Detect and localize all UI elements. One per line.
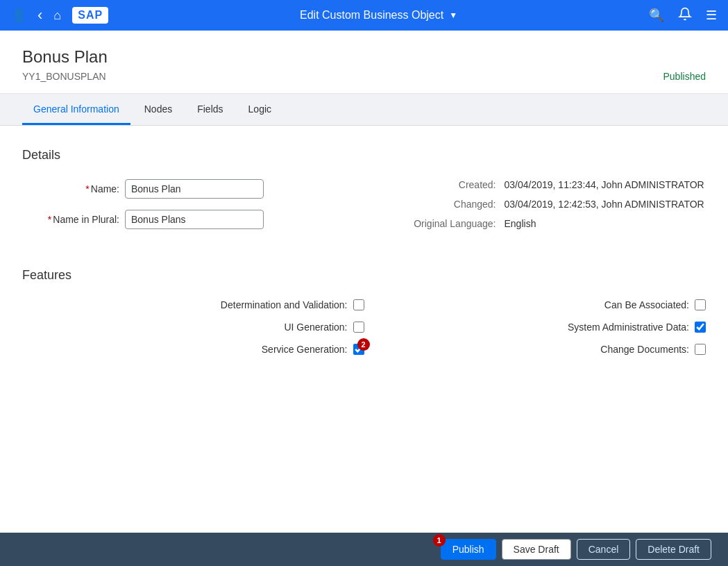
determination-row: Determination and Validation: [22, 299, 364, 310]
can-be-associated-checkbox[interactable] [695, 299, 706, 310]
changed-value: 03/04/2019, 12:42:53, John ADMINISTRATOR [505, 199, 704, 210]
ui-generation-row: UI Generation: [22, 322, 364, 333]
sap-logo: SAP [72, 7, 108, 24]
tab-logic[interactable]: Logic [237, 94, 282, 125]
created-value: 03/04/2019, 11:23:44, John ADMINISTRATOR [505, 179, 704, 190]
topbar-center: Edit Custom Business Object ▼ [119, 9, 638, 22]
form-right: Created: 03/04/2019, 11:23:44, John ADMI… [364, 179, 706, 240]
status-badge: Published [663, 71, 706, 82]
name-required-star: * [85, 183, 89, 194]
name-row: *Name: [22, 179, 337, 199]
details-form-grid: *Name: *Name in Plural: Created: [22, 179, 706, 240]
menu-icon[interactable]: ☰ [706, 8, 717, 23]
details-heading: Details [22, 148, 706, 163]
plural-name-input[interactable] [125, 210, 264, 229]
features-grid: Determination and Validation: UI Generat… [22, 299, 706, 355]
plural-name-row: *Name in Plural: [22, 210, 337, 229]
topbar-right: 🔍 ☰ [649, 7, 717, 24]
back-icon[interactable]: ‹ [37, 6, 42, 24]
system-admin-label: System Administrative Data: [550, 322, 689, 333]
topbar-left: 👤 ‹ ⌂ SAP [11, 6, 108, 24]
service-generation-row: Service Generation: 2 [22, 344, 364, 355]
page-id: YY1_BONUSPLAN [22, 71, 106, 82]
determination-label: Determination and Validation: [209, 299, 348, 310]
name-label: *Name: [22, 183, 119, 194]
plural-label: *Name in Plural: [22, 214, 119, 225]
system-admin-checkbox[interactable] [695, 322, 706, 333]
changed-row: Changed: 03/04/2019, 12:42:53, John ADMI… [392, 199, 706, 210]
system-admin-row: System Administrative Data: [364, 322, 706, 333]
determination-checkbox[interactable] [353, 299, 364, 310]
features-section: Features Determination and Validation: U… [22, 268, 706, 355]
features-left: Determination and Validation: UI Generat… [22, 299, 364, 355]
tab-nodes[interactable]: Nodes [133, 94, 183, 125]
original-language-value: English [505, 218, 536, 229]
created-label: Created: [392, 179, 496, 190]
details-section: Details *Name: *Name in Plural: [22, 148, 706, 240]
original-language-row: Original Language: English [392, 218, 706, 229]
topbar: 👤 ‹ ⌂ SAP Edit Custom Business Object ▼ … [0, 0, 728, 31]
tab-general-information[interactable]: General Information [22, 94, 130, 125]
features-heading: Features [22, 268, 706, 283]
tabs-bar: General Information Nodes Fields Logic [0, 94, 728, 126]
change-documents-checkbox[interactable] [695, 344, 706, 355]
service-generation-badge: 2 [357, 338, 370, 351]
change-documents-row: Change Documents: [364, 344, 706, 355]
form-left: *Name: *Name in Plural: [22, 179, 364, 240]
change-documents-label: Change Documents: [550, 344, 689, 355]
name-input[interactable] [125, 179, 264, 199]
original-language-label: Original Language: [392, 218, 496, 229]
page-title: Bonus Plan [22, 47, 706, 67]
plural-required-star: * [48, 214, 51, 225]
can-be-associated-row: Can Be Associated: [364, 299, 706, 310]
main-content: Bonus Plan YY1_BONUSPLAN Published Gener… [0, 31, 728, 533]
title-chevron-icon[interactable]: ▼ [449, 10, 457, 20]
service-generation-label: Service Generation: [209, 344, 348, 355]
changed-label: Changed: [392, 199, 496, 210]
service-generation-badge-container: 2 [353, 344, 364, 355]
search-icon[interactable]: 🔍 [649, 8, 664, 23]
page-subtitle-row: YY1_BONUSPLAN Published [22, 71, 706, 82]
home-icon[interactable]: ⌂ [53, 8, 61, 23]
user-icon[interactable]: 👤 [11, 8, 26, 23]
tab-fields[interactable]: Fields [186, 94, 234, 125]
can-be-associated-label: Can Be Associated: [550, 299, 689, 310]
created-row: Created: 03/04/2019, 11:23:44, John ADMI… [392, 179, 706, 190]
notification-icon[interactable] [678, 7, 692, 24]
content-area: Details *Name: *Name in Plural: [0, 126, 728, 405]
ui-generation-checkbox[interactable] [353, 322, 364, 333]
ui-generation-label: UI Generation: [209, 322, 348, 333]
page-app-title: Edit Custom Business Object [300, 9, 443, 22]
page-header: Bonus Plan YY1_BONUSPLAN Published [0, 31, 728, 94]
features-right: Can Be Associated: System Administrative… [364, 299, 706, 355]
